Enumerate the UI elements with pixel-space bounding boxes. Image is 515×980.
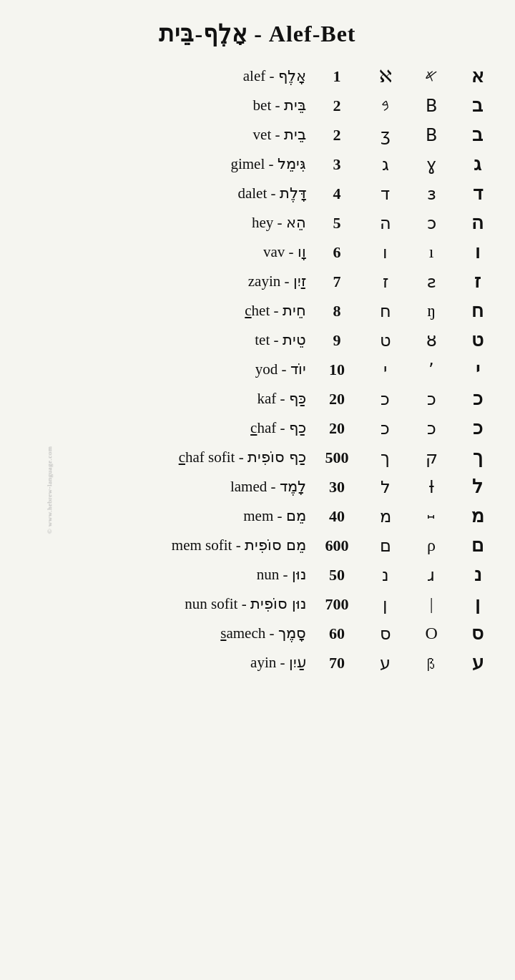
letter-name: vet - בֵית (43, 120, 312, 150)
letter-number: 2 (312, 91, 362, 120)
letter-script1: ן (362, 589, 408, 619)
letter-script2: ꓐ (408, 120, 455, 150)
letter-script1: ל (362, 472, 408, 501)
letter-script1: נ (362, 560, 408, 589)
letter-script1: ו (362, 237, 408, 267)
letter-main: ח (454, 296, 501, 325)
table-row: nun - נוּן50נɹנ (43, 560, 501, 589)
table-row: mem sofit - מֵם סוֹפִית600םρם (43, 531, 501, 560)
letter-script1: כ (362, 413, 408, 443)
letter-name: mem sofit - מֵם סוֹפִית (43, 531, 312, 560)
letter-main: נ (454, 560, 501, 589)
letter-main: כ (454, 413, 501, 443)
letter-script2: ꓐ (408, 91, 455, 120)
letter-name: zayin - זַיִן (43, 267, 312, 296)
letter-script2: O (408, 619, 455, 648)
table-row: hey - הֵא5הɔה (43, 208, 501, 237)
letter-main: ז (454, 267, 501, 296)
table-row: samech - סָמֶך60סOס (43, 619, 501, 648)
table-row: nun sofit - נוּן סוֹפִית700ן|ן (43, 589, 501, 619)
alphabet-table-container: alef - אָלֶף1ℵ𐤀אbet - בֵּית2𐤁ꓐבvet - בֵי… (14, 62, 501, 677)
letter-main: י (454, 355, 501, 384)
letter-script2: ı (408, 237, 455, 267)
letter-main: א (454, 62, 501, 91)
table-row: alef - אָלֶף1ℵ𐤀א (43, 62, 501, 91)
letter-script2: ρ (408, 531, 455, 560)
letter-main: ם (454, 531, 501, 560)
letter-script1: ט (362, 325, 408, 355)
letter-name: gimel - גִּימֵל (43, 150, 312, 179)
letter-main: ה (454, 208, 501, 237)
letter-number: 6 (312, 237, 362, 267)
letter-number: 500 (312, 443, 362, 472)
letter-number: 10 (312, 355, 362, 384)
letter-script1: ה (362, 208, 408, 237)
letter-name: nun - נוּן (43, 560, 312, 589)
table-row: mem - מֵם40מꟷמ (43, 501, 501, 531)
letter-number: 70 (312, 648, 362, 677)
table-row: dalet - דָּלֶת4דɜד (43, 179, 501, 208)
table-row: vav - וָו6וıו (43, 237, 501, 267)
letter-script2: 𐤀 (408, 62, 455, 91)
table-row: tet - טֵית9טȣט (43, 325, 501, 355)
letter-script1: ע (362, 648, 408, 677)
letter-main: ב (454, 120, 501, 150)
letter-name: kaf - כַּף (43, 384, 312, 413)
letter-main: ס (454, 619, 501, 648)
letter-main: ג (454, 150, 501, 179)
letter-name: hey - הֵא (43, 208, 312, 237)
letter-name: chaf sofit - כַף סוֹפִית (43, 443, 312, 472)
letter-number: 20 (312, 384, 362, 413)
letter-number: 60 (312, 619, 362, 648)
letter-number: 600 (312, 531, 362, 560)
letter-script1: ם (362, 531, 408, 560)
letter-script2: ɔ (408, 208, 455, 237)
table-row: vet - בֵית2ʒꓐב (43, 120, 501, 150)
letter-main: ן (454, 589, 501, 619)
letter-script1: ז (362, 267, 408, 296)
letter-name: tet - טֵית (43, 325, 312, 355)
letter-main: מ (454, 501, 501, 531)
letter-number: 7 (312, 267, 362, 296)
letter-name: dalet - דָּלֶת (43, 179, 312, 208)
letter-number: 40 (312, 501, 362, 531)
letter-number: 8 (312, 296, 362, 325)
letter-script1: ℵ (362, 62, 408, 91)
letter-number: 1 (312, 62, 362, 91)
table-row: gimel - גִּימֵל3גɣג (43, 150, 501, 179)
letter-script2: כ (408, 384, 455, 413)
letter-name: chet - חֵית (43, 296, 312, 325)
table-row: bet - בֵּית2𐤁ꓐב (43, 91, 501, 120)
letter-number: 4 (312, 179, 362, 208)
letter-number: 700 (312, 589, 362, 619)
letter-name: alef - אָלֶף (43, 62, 312, 91)
letter-script2: ɣ (408, 150, 455, 179)
letter-script2: ȣ (408, 325, 455, 355)
table-row: chaf sofit - כַף סוֹפִית500ךקך (43, 443, 501, 472)
letter-name: samech - סָמֶך (43, 619, 312, 648)
letter-number: 30 (312, 472, 362, 501)
letter-main: ד (454, 179, 501, 208)
letter-script2: ק (408, 443, 455, 472)
letter-name: yod - יוֹד (43, 355, 312, 384)
letter-script1: ד (362, 179, 408, 208)
letter-script2: ƨ (408, 267, 455, 296)
letter-name: lamed - לָמֶד (43, 472, 312, 501)
letter-script2: ꞵ (408, 648, 455, 677)
letter-number: 50 (312, 560, 362, 589)
letter-name: ayin - עַיִן (43, 648, 312, 677)
table-row: chaf - כַף20כככ (43, 413, 501, 443)
letter-script2: ɜ (408, 179, 455, 208)
letter-script1: ח (362, 296, 408, 325)
letter-main: ו (454, 237, 501, 267)
letter-script2: ɹ (408, 560, 455, 589)
letter-script1: ʒ (362, 120, 408, 150)
watermark: © www.hebrew-language.com (46, 446, 53, 534)
letter-script1: ך (362, 443, 408, 472)
letter-number: 5 (312, 208, 362, 237)
letter-script2: ƚ (408, 472, 455, 501)
letter-name: mem - מֵם (43, 501, 312, 531)
letter-main: ע (454, 648, 501, 677)
table-row: kaf - כַּף20כככ (43, 384, 501, 413)
letter-main: ב (454, 91, 501, 120)
